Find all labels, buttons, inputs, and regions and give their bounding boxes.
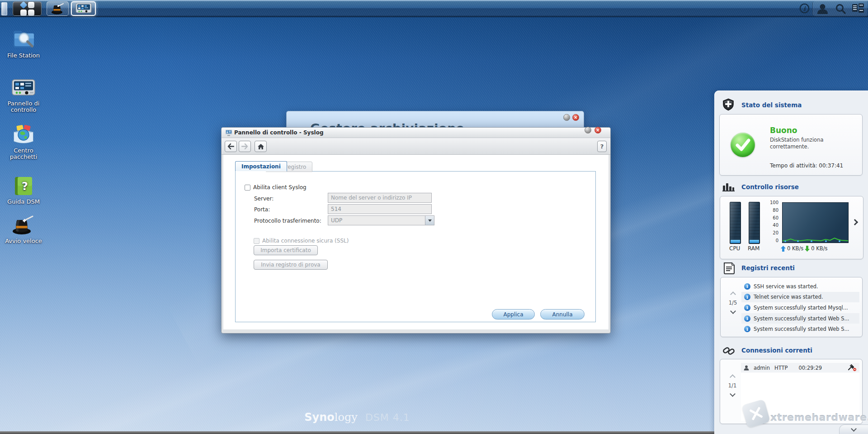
widget-panel: Stato del sistema Buono DiskStation funz… xyxy=(714,91,868,434)
log-row[interactable]: iSystem successfully started Mysql... xyxy=(741,302,859,313)
pilot-view-icon[interactable] xyxy=(852,3,864,14)
y-tick: 60 xyxy=(767,215,778,220)
chevron-down-icon xyxy=(851,426,857,432)
y-tick: 40 xyxy=(767,223,778,228)
log-row[interactable]: iSystem successfully started Web S... xyxy=(741,313,859,324)
info-icon: i xyxy=(744,305,750,311)
connection-row[interactable]: admin HTTP 00:29:29 xyxy=(741,363,859,372)
chevron-down-icon xyxy=(428,219,432,222)
uptime-text: Tempo di attività: 00:37:41 xyxy=(770,162,843,169)
help-button[interactable]: ? xyxy=(597,141,607,152)
log-row[interactable]: iSystem successfully started Web S... xyxy=(741,324,859,334)
desktop-icon-label: Pannello di controllo xyxy=(4,100,43,113)
magic-hat-icon xyxy=(12,215,35,235)
package-center-icon xyxy=(11,125,36,145)
close-button[interactable]: × xyxy=(572,114,579,121)
cpu-meter xyxy=(730,202,741,244)
server-input[interactable] xyxy=(328,193,432,203)
info-icon: i xyxy=(744,294,750,300)
protocol-label: Protocollo trasferimento: xyxy=(254,218,321,224)
shield-icon xyxy=(722,98,735,111)
recent-logs-title: Registri recenti xyxy=(741,264,795,272)
ram-meter-fill xyxy=(750,240,759,243)
desktop-icon-package-center[interactable]: Centro pacchetti xyxy=(4,125,43,160)
taskbar-control-panel-button[interactable] xyxy=(71,1,96,16)
tab-impostazioni[interactable]: Impostazioni xyxy=(235,161,287,172)
show-desktop-button[interactable] xyxy=(1,2,7,15)
main-menu-button[interactable] xyxy=(13,1,42,16)
recent-logs-box: 1/5 iSSH service was started. iTelnet se… xyxy=(720,277,863,337)
back-button[interactable] xyxy=(225,141,237,152)
link-icon xyxy=(722,344,736,358)
control-panel-icon xyxy=(75,3,92,15)
connection-user: admin xyxy=(754,365,770,371)
connection-protocol: HTTP xyxy=(774,365,788,371)
y-tick: 20 xyxy=(767,230,778,235)
desktop-icon-label: File Station xyxy=(4,52,43,59)
server-label: Server: xyxy=(254,196,274,202)
send-test-log-button[interactable]: Invia registro di prova xyxy=(254,260,328,270)
open-resource-monitor-chevron[interactable] xyxy=(852,219,858,225)
import-certificate-button[interactable]: Importa certificato xyxy=(254,245,318,255)
cancel-button[interactable]: Annulla xyxy=(540,309,585,320)
enable-syslog-checkbox[interactable] xyxy=(245,185,250,191)
dialog-titlebar[interactable]: Pannello di controllo - Syslog × xyxy=(222,128,610,138)
user-icon[interactable] xyxy=(816,3,829,14)
svg-text:i: i xyxy=(803,5,806,12)
info-icon[interactable]: i xyxy=(799,3,810,14)
port-input[interactable] xyxy=(328,204,432,214)
status-ok-icon xyxy=(731,133,755,157)
log-row[interactable]: iTelnet service was started. xyxy=(741,292,859,303)
arrow-right-icon xyxy=(241,143,248,149)
y-tick: 80 xyxy=(767,208,778,213)
main-menu-icon xyxy=(20,2,34,16)
upload-arrow-icon xyxy=(781,246,786,252)
connections-box: 1/1 admin HTTP 00:29:29 xyxy=(720,359,863,424)
taskbar-separator xyxy=(812,2,813,15)
dsm-watermark: Synology DSM 4.1 xyxy=(0,411,714,424)
forward-button[interactable] xyxy=(239,141,251,152)
dsm-version-text: DSM 4.1 xyxy=(365,412,410,423)
quick-launch-button[interactable] xyxy=(47,1,69,16)
y-tick: 0 xyxy=(767,238,778,243)
cpu-meter-fill xyxy=(731,240,740,243)
search-icon[interactable] xyxy=(835,3,846,14)
desktop-icon-dsm-help[interactable]: ? Guida DSM xyxy=(4,176,43,205)
dialog-titlebar-icon xyxy=(225,129,232,136)
dialog-title: Pannello di controllo - Syslog xyxy=(234,128,323,138)
desktop-icon-quick-start[interactable]: Avvio veloce xyxy=(4,215,43,244)
protocol-select[interactable]: UDP xyxy=(328,215,434,225)
connection-time: 00:29:29 xyxy=(798,365,822,371)
desktop-icon-file-station[interactable]: File Station xyxy=(4,27,43,59)
pager-down-icon[interactable] xyxy=(730,391,736,397)
info-icon: i xyxy=(744,283,750,290)
disconnect-icon[interactable] xyxy=(848,364,857,372)
user-icon xyxy=(744,365,749,371)
log-row[interactable]: iSSH service was started. xyxy=(741,281,859,292)
pager-down-icon[interactable] xyxy=(730,308,736,314)
system-status-box: Buono DiskStation funziona correttamente… xyxy=(719,114,863,176)
log-document-icon xyxy=(723,262,735,274)
pager-up-icon[interactable] xyxy=(730,291,736,297)
resource-monitor-title: Controllo risorse xyxy=(741,183,799,191)
desktop-icon-control-panel[interactable]: Pannello di controllo xyxy=(4,79,43,113)
ram-label: RAM xyxy=(748,245,760,252)
minimize-button[interactable] xyxy=(585,127,591,134)
apply-button[interactable]: Applica xyxy=(492,309,535,320)
select-dropdown-button[interactable] xyxy=(425,216,434,225)
bar-chart-icon xyxy=(722,182,735,192)
dialog-toolbar: ? xyxy=(222,138,610,155)
control-panel-icon xyxy=(11,79,36,98)
desktop-icon-label: Guida DSM xyxy=(4,199,43,205)
connections-pager-value: 1/1 xyxy=(725,382,740,389)
pager-up-icon[interactable] xyxy=(730,374,736,380)
syslog-dialog: Pannello di controllo - Syslog × ? Impos… xyxy=(221,127,611,334)
logs-pager: 1/5 xyxy=(725,292,741,313)
connection-list-area xyxy=(741,373,859,421)
collapse-widget-panel-tab[interactable] xyxy=(839,424,868,434)
home-button[interactable] xyxy=(255,141,267,152)
close-button[interactable]: × xyxy=(594,127,601,134)
system-status-title: Stato del sistema xyxy=(741,101,802,109)
minimize-button[interactable] xyxy=(563,114,570,121)
ssl-checkbox[interactable] xyxy=(254,238,259,244)
